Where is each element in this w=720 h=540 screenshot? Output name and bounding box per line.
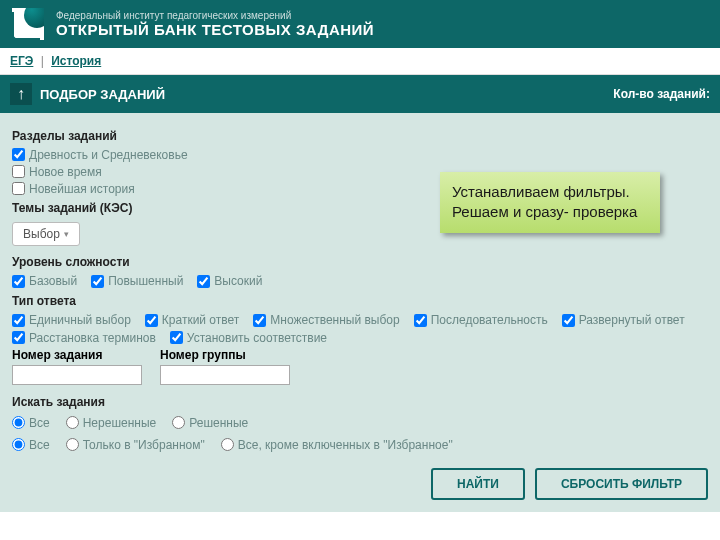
checkbox-input[interactable] — [253, 314, 266, 327]
radio-item: Все — [12, 437, 50, 452]
checkbox-input[interactable] — [12, 182, 25, 195]
checkbox-item: Краткий ответ — [145, 312, 239, 327]
checkbox-item: Расстановка терминов — [12, 330, 156, 345]
checkbox-input[interactable] — [12, 331, 25, 344]
checkbox-item: Повышенный — [91, 273, 183, 288]
task-number-group: Номер задания — [12, 348, 142, 385]
difficulty-label: Уровень сложности — [12, 255, 708, 269]
checkbox-input[interactable] — [414, 314, 427, 327]
checkbox-item: Множественный выбор — [253, 312, 399, 327]
breadcrumb-root[interactable]: ЕГЭ — [10, 54, 33, 68]
radio-item: Все, кроме включенных в "Избранное" — [221, 437, 453, 452]
option-label: Решенные — [189, 416, 248, 430]
radio-item: Решенные — [172, 415, 248, 430]
option-label: Новейшая история — [29, 181, 135, 195]
option-label: Древность и Средневековье — [29, 148, 188, 162]
option-label: Базовый — [29, 274, 77, 288]
checkbox-input[interactable] — [12, 165, 25, 178]
find-button[interactable]: НАЙТИ — [431, 468, 525, 500]
radio-input[interactable] — [12, 438, 25, 451]
option-label: Расстановка терминов — [29, 331, 156, 345]
annotation-callout: Устанавливаем фильтры. Решаем и сразу- п… — [440, 172, 660, 233]
checkbox-item: Единичный выбор — [12, 312, 131, 327]
breadcrumb-sep: | — [41, 54, 44, 68]
answer-type-label: Тип ответа — [12, 294, 708, 308]
option-label: Новое время — [29, 165, 102, 179]
header-title: ОТКРЫТЫЙ БАНК ТЕСТОВЫХ ЗАДАНИЙ — [56, 21, 374, 38]
option-label: Краткий ответ — [162, 313, 239, 327]
checkbox-input[interactable] — [12, 314, 25, 327]
option-label: Развернутый ответ — [579, 313, 685, 327]
search-status-row: ВсеНерешенныеРешенные — [12, 413, 708, 432]
app-header: Федеральный институт педагогических изме… — [0, 0, 720, 48]
option-label: Множественный выбор — [270, 313, 399, 327]
reset-button[interactable]: СБРОСИТЬ ФИЛЬТР — [535, 468, 708, 500]
radio-input[interactable] — [221, 438, 234, 451]
task-number-input[interactable] — [12, 365, 142, 385]
radio-input[interactable] — [172, 416, 185, 429]
task-count-label: Кол-во заданий: — [613, 87, 710, 101]
answer-type-row1: Единичный выборКраткий ответМножественны… — [12, 312, 708, 327]
checkbox-input[interactable] — [145, 314, 158, 327]
option-label: Установить соответствие — [187, 331, 327, 345]
breadcrumb-current[interactable]: История — [51, 54, 101, 68]
header-text: Федеральный институт педагогических изме… — [56, 10, 374, 38]
group-number-group: Номер группы — [160, 348, 290, 385]
option-label: Повышенный — [108, 274, 183, 288]
checkbox-item: Развернутый ответ — [562, 312, 685, 327]
option-label: Все, кроме включенных в "Избранное" — [238, 438, 453, 452]
radio-item: Нерешенные — [66, 415, 157, 430]
option-label: Все — [29, 438, 50, 452]
checkbox-item: Высокий — [197, 273, 262, 288]
checkbox-input[interactable] — [12, 275, 25, 288]
option-label: Все — [29, 416, 50, 430]
search-fav-row: ВсеТолько в "Избранном"Все, кроме включе… — [12, 435, 708, 454]
sections-label: Разделы заданий — [12, 129, 708, 143]
answer-type-row2: Расстановка терминовУстановить соответст… — [12, 330, 708, 345]
checkbox-item: Древность и Средневековье — [12, 147, 708, 162]
logo-icon — [10, 6, 46, 42]
radio-input[interactable] — [66, 438, 79, 451]
checkbox-item: Установить соответствие — [170, 330, 327, 345]
checkbox-input[interactable] — [197, 275, 210, 288]
radio-input[interactable] — [66, 416, 79, 429]
option-label: Высокий — [214, 274, 262, 288]
checkbox-item: Базовый — [12, 273, 77, 288]
option-label: Только в "Избранном" — [83, 438, 205, 452]
callout-line1: Устанавливаем фильтры. — [452, 182, 648, 202]
option-label: Последовательность — [431, 313, 548, 327]
topics-select-button[interactable]: Выбор — [12, 222, 80, 246]
radio-item: Только в "Избранном" — [66, 437, 205, 452]
option-label: Единичный выбор — [29, 313, 131, 327]
group-number-label: Номер группы — [160, 348, 290, 362]
header-subtitle: Федеральный институт педагогических изме… — [56, 10, 374, 21]
subheader-title: ПОДБОР ЗАДАНИЙ — [40, 87, 165, 102]
radio-input[interactable] — [12, 416, 25, 429]
checkbox-input[interactable] — [170, 331, 183, 344]
arrow-up-icon[interactable]: ↑ — [10, 83, 32, 105]
number-inputs: Номер задания Номер группы — [12, 348, 708, 385]
checkbox-input[interactable] — [562, 314, 575, 327]
checkbox-item: Последовательность — [414, 312, 548, 327]
radio-item: Все — [12, 415, 50, 430]
difficulty-list: БазовыйПовышенныйВысокий — [12, 273, 708, 288]
checkbox-input[interactable] — [12, 148, 25, 161]
checkbox-input[interactable] — [91, 275, 104, 288]
footer-buttons: НАЙТИ СБРОСИТЬ ФИЛЬТР — [12, 468, 708, 500]
subheader-left: ↑ ПОДБОР ЗАДАНИЙ — [10, 83, 165, 105]
task-number-label: Номер задания — [12, 348, 142, 362]
callout-line2: Решаем и сразу- проверка — [452, 202, 648, 222]
group-number-input[interactable] — [160, 365, 290, 385]
breadcrumb: ЕГЭ | История — [0, 48, 720, 75]
option-label: Нерешенные — [83, 416, 157, 430]
search-label: Искать задания — [12, 395, 708, 409]
subheader: ↑ ПОДБОР ЗАДАНИЙ Кол-во заданий: — [0, 75, 720, 113]
